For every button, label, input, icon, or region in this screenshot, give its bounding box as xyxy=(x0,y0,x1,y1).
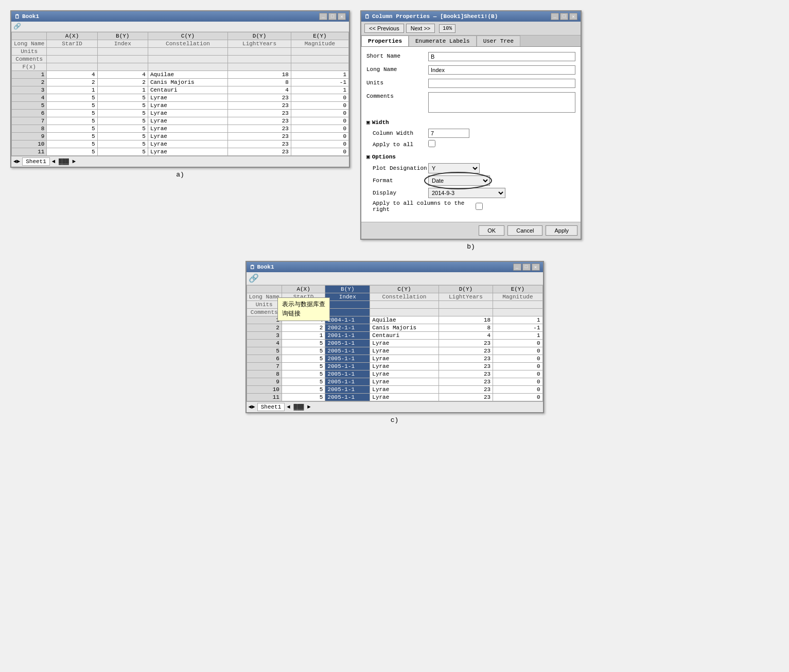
table-row: 2 2 2 Canis Majoris 8 -1 xyxy=(12,79,349,86)
format-label: Format xyxy=(373,178,428,184)
minimize-btn-a[interactable]: _ xyxy=(319,13,327,20)
sheet-scroll-c: ◄ ▓▓▓ ► xyxy=(287,404,310,410)
table-row: 6 5 2005-1-1 Lyrae 23 0 xyxy=(247,355,542,363)
display-value: 2014-9-3 2014/09/03 xyxy=(428,188,575,198)
col-header-cy[interactable]: C(Y) xyxy=(148,32,227,40)
next-sheet-btn-a[interactable]: ► xyxy=(17,158,21,165)
main-container: 🗒 Book1 _ □ ✕ 🔗 xyxy=(10,10,779,424)
maximize-btn-b[interactable]: □ xyxy=(560,13,568,20)
display-row: Display 2014-9-3 2014/09/03 xyxy=(366,188,575,198)
col-header-c-ey[interactable]: E(Y) xyxy=(493,286,542,293)
sheet-tab-c[interactable]: Sheet1 xyxy=(257,403,285,411)
col-props-title-left: 🗒 Column Properties — [Book1]Sheet1!(B) xyxy=(364,13,498,20)
prev-btn[interactable]: << Previous xyxy=(364,24,404,33)
cancel-button[interactable]: Cancel xyxy=(507,225,542,236)
close-btn-a[interactable]: ✕ xyxy=(338,13,346,20)
meta-row-comments: Comments xyxy=(12,56,349,63)
width-section-header: ▣ Width xyxy=(366,119,575,126)
sheet-tab-a[interactable]: Sheet1 xyxy=(22,157,50,166)
comments-input[interactable] xyxy=(428,92,575,113)
units-input[interactable] xyxy=(428,79,575,88)
table-row: 11 5 2005-1-1 Lyrae 23 0 xyxy=(247,394,542,401)
col-header-ax[interactable]: A(X) xyxy=(47,32,97,40)
long-name-input[interactable] xyxy=(428,65,575,75)
col-props-footer: OK Cancel Apply xyxy=(361,222,581,239)
col-header-dy[interactable]: D(Y) xyxy=(228,32,291,40)
book-icon-a: 🗒 xyxy=(14,13,20,20)
apply-right-label: Apply to all columns to the right xyxy=(373,200,476,213)
display-label: Display xyxy=(373,190,428,196)
short-name-input[interactable] xyxy=(428,52,575,61)
short-name-label: Short Name xyxy=(366,52,428,59)
prop-row-shortname: Short Name xyxy=(366,52,575,61)
table-row: 6 5 5 Lyrae 23 0 xyxy=(12,110,349,117)
col-header-c-ax[interactable]: A(X) xyxy=(282,286,325,293)
options-title: Options xyxy=(372,154,396,160)
table-row: 5 5 5 Lyrae 23 0 xyxy=(12,102,349,110)
format-row: Format Date Numeric Text xyxy=(366,175,575,186)
spreadsheet-window-c: 🗒 Book1 _ □ ✕ 🔗 表示与 xyxy=(246,261,544,413)
corner-cell-c xyxy=(247,286,282,293)
col-props-controls: _ □ ✕ xyxy=(551,13,577,20)
meta-row-longname: Long Name StarID Index Constellation Lig… xyxy=(12,40,349,48)
col-header-ey[interactable]: E(Y) xyxy=(291,32,348,40)
apply-right-checkbox[interactable] xyxy=(476,203,483,210)
long-name-label: Long Name xyxy=(366,65,428,73)
col-props-window: 🗒 Column Properties — [Book1]Sheet1!(B) … xyxy=(360,10,582,240)
maximize-btn-c[interactable]: □ xyxy=(522,263,531,271)
tab-enumerate-labels[interactable]: Enumerate Labels xyxy=(409,36,477,46)
col-props-titlebar: 🗒 Column Properties — [Book1]Sheet1!(B) … xyxy=(361,11,581,22)
format-select[interactable]: Date Numeric Text xyxy=(428,175,490,186)
col-header-c-cy[interactable]: C(Y) xyxy=(370,286,439,293)
tooltip-text-c: 表示与数据库查询链接 xyxy=(282,301,325,317)
titlebar-left-a: 🗒 Book1 xyxy=(14,13,39,20)
apply-to-all-label: Apply to all xyxy=(373,142,428,148)
table-row: 1 4 4 Aquilae 18 1 xyxy=(12,71,349,79)
corner-cell-a xyxy=(12,32,47,40)
width-section: ▣ Width Column Width Apply to all xyxy=(366,119,575,149)
col-width-label: Column Width xyxy=(373,130,428,136)
close-btn-c[interactable]: ✕ xyxy=(532,263,540,271)
apply-to-all-checkbox[interactable] xyxy=(428,140,435,147)
sheet-table-a: A(X) B(Y) C(Y) D(Y) E(Y) Long Name StarI… xyxy=(11,32,349,156)
next-sheet-btn-c[interactable]: ► xyxy=(252,404,255,410)
col-width-input[interactable] xyxy=(428,129,469,138)
tab-properties[interactable]: Properties xyxy=(361,36,409,46)
meta-label-longname: Long Name xyxy=(12,40,47,48)
tooltip-box-c: 表示与数据库查询链接 xyxy=(277,297,330,321)
col-header-c-by[interactable]: B(Y) xyxy=(325,286,370,293)
ok-button[interactable]: OK xyxy=(479,225,504,236)
plot-designation-select[interactable]: Y X Z xyxy=(428,163,480,173)
next-btn[interactable]: Next >> xyxy=(406,24,435,33)
table-row: 11 5 5 Lyrae 23 0 xyxy=(12,148,349,156)
close-btn-b[interactable]: ✕ xyxy=(569,13,577,20)
table-row: 7 5 2005-1-1 Lyrae 23 0 xyxy=(247,363,542,370)
spreadsheet-toolbar-a: 🔗 xyxy=(11,22,349,32)
table-row: 4 5 5 Lyrae 23 0 xyxy=(12,94,349,102)
plot-designation-label: Plot Designation xyxy=(373,165,428,171)
sheet-footer-c: ◄ ► Sheet1 ◄ ▓▓▓ ► xyxy=(247,401,543,412)
panel-a-label: a) xyxy=(10,171,350,179)
minimize-btn-b[interactable]: _ xyxy=(551,13,559,20)
prev-sheet-btn-a[interactable]: ◄ xyxy=(13,158,17,165)
maximize-btn-a[interactable]: □ xyxy=(328,13,337,20)
tab-user-tree[interactable]: User Tree xyxy=(477,36,520,46)
sheet-table-wrapper-a: A(X) B(Y) C(Y) D(Y) E(Y) Long Name StarI… xyxy=(11,32,349,156)
display-select[interactable]: 2014-9-3 2014/09/03 xyxy=(428,188,505,198)
panel-c: 🗒 Book1 _ □ ✕ 🔗 表示与 xyxy=(246,261,544,424)
col-header-c-dy[interactable]: D(Y) xyxy=(439,286,493,293)
col-header-by[interactable]: B(Y) xyxy=(97,32,148,40)
collapse-icon-width: ▣ xyxy=(366,119,370,126)
table-row: 5 5 2005-1-1 Lyrae 23 0 xyxy=(247,347,542,355)
apply-button[interactable]: Apply xyxy=(546,225,577,236)
table-row: 10 5 5 Lyrae 23 0 xyxy=(12,140,349,148)
options-section: ▣ Options Plot Designation Y X Z xyxy=(366,153,575,213)
plot-designation-value: Y X Z xyxy=(428,163,575,173)
table-row: 4 5 2005-1-1 Lyrae 23 0 xyxy=(247,340,542,347)
minimize-btn-c[interactable]: _ xyxy=(513,263,521,271)
sheet-footer-a: ◄ ► Sheet1 ◄ ▓▓▓ ► xyxy=(11,156,349,167)
units-label: Units xyxy=(366,79,428,86)
sheet-table-wrapper-c: 表示与数据库查询链接 A(X) B(Y) C(Y) D(Y) E(Y) xyxy=(247,285,543,401)
prev-sheet-btn-c[interactable]: ◄ xyxy=(249,404,252,410)
spreadsheet-window-a: 🗒 Book1 _ □ ✕ 🔗 xyxy=(10,10,350,168)
